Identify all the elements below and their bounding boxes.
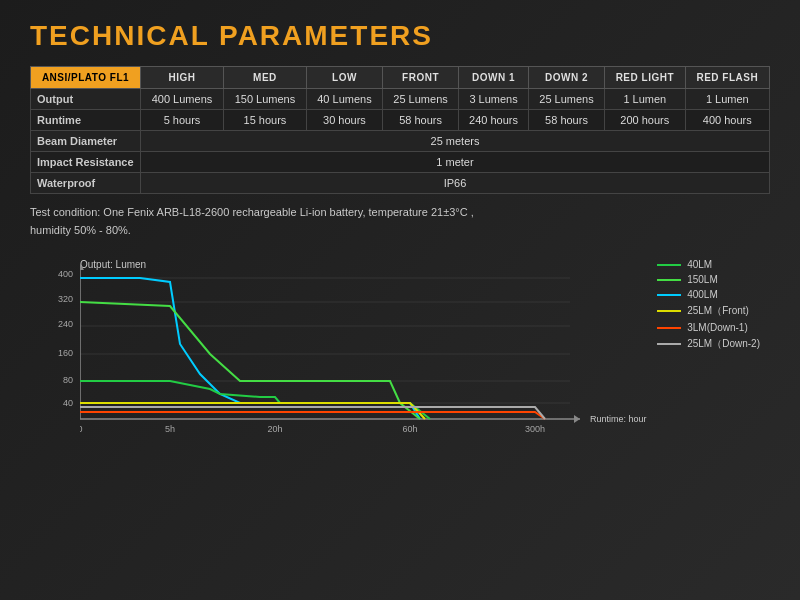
legend-line-400lm <box>657 294 681 296</box>
legend-400lm: 400LM <box>657 289 760 300</box>
legend-line-40lm <box>657 264 681 266</box>
page-container: TECHNICAL PARAMETERS ANSI/PLATO FL1 HIGH… <box>0 0 800 600</box>
cell-output-med: 150 Lumens <box>223 89 306 110</box>
cell-output-high: 400 Lumens <box>141 89 224 110</box>
svg-text:5h: 5h <box>165 424 175 434</box>
table-header-row: ANSI/PLATO FL1 HIGH MED LOW FRONT DOWN 1… <box>31 67 770 89</box>
cell-impact-value: 1 meter <box>141 152 770 173</box>
test-condition-text: Test condition: One Fenix ARB-L18-2600 r… <box>30 204 770 239</box>
cell-runtime-low: 30 hours <box>306 110 382 131</box>
page-title: TECHNICAL PARAMETERS <box>30 20 770 52</box>
legend-line-3lm-down1 <box>657 327 681 329</box>
cell-output-down2: 25 Lumens <box>528 89 604 110</box>
col-header-low: LOW <box>306 67 382 89</box>
cell-waterproof-value: IP66 <box>141 173 770 194</box>
table-row-output: Output 400 Lumens 150 Lumens 40 Lumens 2… <box>31 89 770 110</box>
svg-text:60h: 60h <box>402 424 417 434</box>
col-header-ansi: ANSI/PLATO FL1 <box>31 67 141 89</box>
legend-3lm-down1: 3LM(Down-1) <box>657 322 760 333</box>
table-row-impact: Impact Resistance 1 meter <box>31 152 770 173</box>
table-row-beam: Beam Diameter 25 meters <box>31 131 770 152</box>
chart-legend: 40LM 150LM 400LM 25LM（Front) 3LM(Down-1)… <box>657 259 760 351</box>
row-label-output: Output <box>31 89 141 110</box>
cell-runtime-down1: 240 hours <box>459 110 529 131</box>
col-header-high: HIGH <box>141 67 224 89</box>
legend-line-25lm-down2 <box>657 343 681 345</box>
row-label-waterproof: Waterproof <box>31 173 141 194</box>
params-table: ANSI/PLATO FL1 HIGH MED LOW FRONT DOWN 1… <box>30 66 770 194</box>
y-label-40: 40 <box>63 398 73 408</box>
cell-output-low: 40 Lumens <box>306 89 382 110</box>
col-header-front: FRONT <box>383 67 459 89</box>
legend-label-25lm-down2: 25LM（Down-2) <box>687 337 760 351</box>
y-label-320: 320 <box>58 294 73 304</box>
cell-output-down1: 3 Lumens <box>459 89 529 110</box>
cell-beam-value: 25 meters <box>141 131 770 152</box>
cell-runtime-redlight: 200 hours <box>605 110 686 131</box>
y-axis-labels: 400 320 240 160 80 40 <box>30 259 75 439</box>
y-label-400: 400 <box>58 269 73 279</box>
cell-runtime-high: 5 hours <box>141 110 224 131</box>
legend-label-400lm: 400LM <box>687 289 718 300</box>
legend-label-40lm: 40LM <box>687 259 712 270</box>
y-label-160: 160 <box>58 348 73 358</box>
chart-svg: 0 5h 20h 60h 300h Runtime: hour <box>80 264 660 439</box>
table-row-runtime: Runtime 5 hours 15 hours 30 hours 58 hou… <box>31 110 770 131</box>
cell-runtime-med: 15 hours <box>223 110 306 131</box>
legend-40lm: 40LM <box>657 259 760 270</box>
cell-output-redflash: 1 Lumen <box>685 89 769 110</box>
svg-text:0: 0 <box>80 424 83 434</box>
col-header-down1: DOWN 1 <box>459 67 529 89</box>
legend-label-3lm-down1: 3LM(Down-1) <box>687 322 748 333</box>
cell-runtime-front: 58 hours <box>383 110 459 131</box>
cell-runtime-down2: 58 hours <box>528 110 604 131</box>
col-header-red-flash: RED FLASH <box>685 67 769 89</box>
legend-line-25lm-front <box>657 310 681 312</box>
chart-container: Output: Lumen 400 320 240 160 80 40 <box>30 249 770 459</box>
table-row-waterproof: Waterproof IP66 <box>31 173 770 194</box>
legend-150lm: 150LM <box>657 274 760 285</box>
y-label-240: 240 <box>58 319 73 329</box>
row-label-runtime: Runtime <box>31 110 141 131</box>
col-header-red-light: RED LIGHT <box>605 67 686 89</box>
row-label-impact: Impact Resistance <box>31 152 141 173</box>
col-header-med: MED <box>223 67 306 89</box>
legend-25lm-down2: 25LM（Down-2) <box>657 337 760 351</box>
row-label-beam: Beam Diameter <box>31 131 141 152</box>
svg-text:300h: 300h <box>525 424 545 434</box>
cell-runtime-redflash: 400 hours <box>685 110 769 131</box>
y-label-80: 80 <box>63 375 73 385</box>
svg-text:20h: 20h <box>267 424 282 434</box>
legend-25lm-front: 25LM（Front) <box>657 304 760 318</box>
svg-marker-8 <box>574 415 580 423</box>
col-header-down2: DOWN 2 <box>528 67 604 89</box>
legend-label-25lm-front: 25LM（Front) <box>687 304 749 318</box>
cell-output-front: 25 Lumens <box>383 89 459 110</box>
legend-line-150lm <box>657 279 681 281</box>
legend-label-150lm: 150LM <box>687 274 718 285</box>
svg-text:Runtime: hour: Runtime: hour <box>590 414 647 424</box>
cell-output-redlight: 1 Lumen <box>605 89 686 110</box>
